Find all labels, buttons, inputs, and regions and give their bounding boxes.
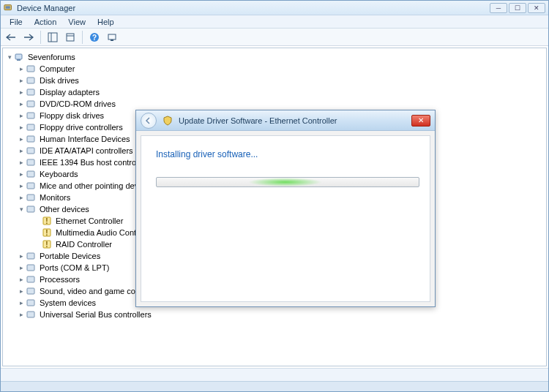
svg-rect-31 — [27, 253, 34, 259]
tree-node-label: RAID Controller — [54, 238, 112, 250]
usb-icon — [25, 309, 37, 320]
svg-text:?: ? — [92, 34, 97, 42]
expand-icon[interactable]: ▸ — [18, 250, 25, 262]
warn-icon: ! — [41, 239, 53, 249]
svg-text:!: ! — [45, 217, 48, 225]
progress-glow — [248, 178, 321, 186]
svg-rect-18 — [27, 136, 34, 142]
dialog-title: Update Driver Software - Ethernet Contro… — [179, 116, 411, 125]
expand-icon[interactable]: ▸ — [18, 133, 25, 145]
expand-icon[interactable]: ▸ — [18, 157, 25, 168]
expand-icon[interactable]: ▸ — [18, 262, 25, 274]
svg-rect-22 — [27, 183, 34, 189]
toolbar-separator — [40, 31, 41, 44]
tree-node-label: Floppy disk drives — [38, 110, 104, 121]
expand-icon[interactable]: ▸ — [18, 110, 25, 121]
tree-node-1[interactable]: ▸Disk drives — [4, 75, 545, 86]
svg-rect-23 — [27, 195, 34, 200]
tree-node-label: Ethernet Controller — [54, 215, 123, 227]
help-button[interactable]: ? — [87, 30, 102, 45]
expand-icon[interactable]: ▸ — [18, 309, 25, 320]
toolbar-separator — [82, 31, 83, 44]
svg-rect-16 — [27, 113, 34, 118]
svg-rect-10 — [15, 54, 22, 59]
svg-rect-36 — [27, 312, 34, 317]
collapse-icon[interactable]: ▾ — [6, 51, 13, 63]
tree-node-label: Keyboards — [38, 168, 78, 180]
cpu-icon — [25, 274, 37, 284]
tree-node-0[interactable]: ▸Computer — [4, 63, 545, 75]
menu-help[interactable]: Help — [92, 16, 120, 28]
expand-icon[interactable]: ▸ — [18, 297, 25, 309]
tree-node-3[interactable]: ▸DVD/CD-ROM drives — [4, 98, 545, 110]
nav-forward-button[interactable] — [21, 30, 36, 45]
dialog-message: Installing driver software... — [156, 149, 415, 159]
bottom-band — [1, 381, 548, 391]
properties-button[interactable] — [63, 30, 78, 45]
expand-icon[interactable]: ▸ — [18, 285, 25, 297]
menu-file[interactable]: File — [4, 16, 29, 28]
shield-icon — [163, 116, 174, 126]
warn-icon: ! — [41, 227, 53, 238]
tree-node-label: Monitors — [38, 192, 70, 203]
expand-icon[interactable]: ▸ — [18, 98, 25, 110]
expand-icon[interactable]: ▸ — [18, 192, 25, 203]
expand-icon[interactable]: ▸ — [18, 121, 25, 133]
expand-icon[interactable]: ▸ — [18, 168, 25, 180]
ports-icon — [25, 263, 37, 273]
svg-rect-2 — [48, 33, 57, 42]
expand-icon[interactable]: ▸ — [18, 145, 25, 157]
svg-rect-11 — [17, 59, 20, 61]
tree-node-label: System devices — [38, 297, 96, 309]
expand-icon[interactable]: ▸ — [18, 274, 25, 285]
ide-icon — [25, 146, 37, 156]
expand-icon[interactable]: ▸ — [18, 63, 25, 75]
update-driver-dialog: Update Driver Software - Ethernet Contro… — [135, 110, 436, 307]
floppy-icon — [25, 110, 37, 121]
app-icon — [4, 3, 14, 13]
nav-back-button[interactable] — [4, 30, 18, 45]
tree-node-label: Human Interface Devices — [38, 133, 130, 145]
tree-node-root[interactable]: ▾Sevenforums — [4, 51, 545, 63]
tree-node-label: Portable Devices — [38, 250, 100, 262]
ieee1394-icon — [25, 157, 37, 167]
expand-icon[interactable]: ▸ — [18, 86, 25, 98]
progress-bar — [156, 177, 419, 187]
svg-rect-34 — [27, 288, 34, 294]
svg-rect-9 — [111, 39, 113, 41]
menu-view[interactable]: View — [62, 16, 92, 28]
tree-node-2[interactable]: ▸Display adapters — [4, 86, 545, 98]
svg-rect-20 — [27, 159, 34, 165]
svg-text:!: ! — [45, 241, 48, 249]
tree-node-18[interactable]: ▸Universal Serial Bus controllers — [4, 309, 545, 320]
sound-icon — [25, 286, 37, 296]
expand-icon[interactable]: ▸ — [18, 180, 25, 192]
disk-icon — [25, 75, 37, 86]
svg-rect-19 — [27, 148, 34, 154]
tree-node-label: Other devices — [38, 203, 89, 215]
display-icon — [25, 87, 37, 97]
dvd-icon — [25, 99, 37, 109]
expand-icon[interactable]: ▸ — [18, 75, 25, 86]
dialog-body: Installing driver software... — [141, 135, 430, 302]
tree-node-label: Ports (COM & LPT) — [38, 262, 109, 274]
minimize-button[interactable]: ─ — [490, 3, 507, 13]
window-title: Device Manager — [17, 4, 490, 12]
svg-rect-21 — [27, 171, 34, 177]
tree-node-label: Processors — [38, 274, 80, 285]
svg-rect-13 — [27, 78, 34, 83]
close-button[interactable]: ✕ — [528, 3, 545, 13]
maximize-button[interactable]: ☐ — [509, 3, 526, 13]
svg-rect-1 — [6, 6, 10, 9]
menubar: File Action View Help — [1, 15, 548, 29]
scan-hardware-button[interactable] — [105, 30, 119, 45]
dialog-back-button[interactable] — [141, 113, 157, 129]
window-controls: ─ ☐ ✕ — [490, 3, 545, 13]
tree-node-label: Floppy drive controllers — [38, 121, 123, 133]
collapse-icon[interactable]: ▾ — [18, 203, 25, 215]
show-hide-tree-button[interactable] — [45, 30, 60, 45]
dialog-close-button[interactable]: ✕ — [411, 115, 430, 127]
floppyctl-icon — [25, 122, 37, 132]
menu-action[interactable]: Action — [29, 16, 63, 28]
computer-icon — [25, 64, 37, 74]
